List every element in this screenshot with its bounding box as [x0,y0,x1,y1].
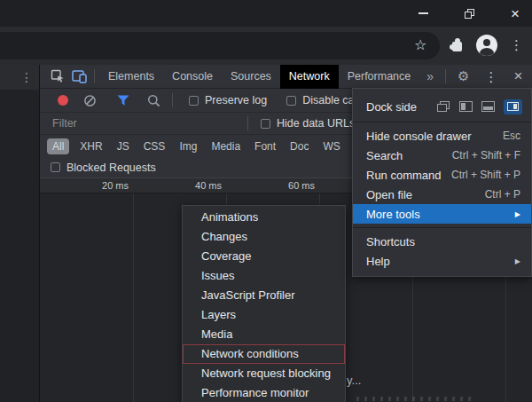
clear-icon[interactable] [79,91,100,110]
menu-item-more-tools[interactable]: More tools ▶ [353,204,531,224]
divider [247,116,248,130]
close-icon: × [511,6,520,21]
window-minimize-button[interactable] [413,4,433,23]
dock-side-row: Dock side [353,95,531,118]
menu-item-help[interactable]: Help ▶ [353,251,531,271]
submenu-item-coverage[interactable]: Coverage [183,247,345,266]
bookmark-star-icon[interactable]: ☆ [414,36,426,54]
shortcut-run-command: Ctrl + Shift + P [451,169,520,181]
tab-network[interactable]: Network [280,65,339,89]
search-icon[interactable] [143,91,164,110]
menu-item-shortcuts[interactable]: Shortcuts [353,232,531,251]
timeline-tick-20ms: 20 ms [102,180,133,191]
dock-bottom-icon[interactable] [481,101,495,112]
submenu-arrow-icon: ▶ [515,257,520,265]
tab-sources[interactable]: Sources [222,65,280,89]
shortcut-esc: Esc [503,130,520,142]
dock-left-icon[interactable] [459,101,473,112]
submenu-item-changes[interactable]: Changes [183,227,345,247]
submenu-item-layers[interactable]: Layers [183,305,345,325]
checkbox-icon [189,96,199,106]
profile-avatar[interactable] [476,35,497,56]
blocked-requests-checkbox[interactable]: Blocked Requests [51,162,156,174]
tab-console[interactable]: Console [163,65,222,89]
menu-item-search[interactable]: Search Ctrl + Shift + F [353,146,531,165]
window-restore-button[interactable] [459,4,479,23]
chip-xhr[interactable]: XHR [73,138,109,154]
chip-ws[interactable]: WS [316,138,347,154]
devtools-menu-icon[interactable]: ⋮ [477,70,506,83]
window-close-button[interactable]: × [505,4,525,23]
more-tabs-icon[interactable]: » [419,69,441,83]
more-tools-submenu: Animations Changes Coverage Issues JavaS… [182,205,346,402]
submenu-item-animations[interactable]: Animations [183,208,345,227]
submenu-item-network-request-blocking[interactable]: Network request blocking [183,364,345,383]
preserve-log-checkbox[interactable]: Preserve log [189,94,267,106]
menu-separator [353,122,531,122]
timeline-gridline [133,177,134,402]
dock-side-label: Dock side [366,100,417,114]
timeline-tick-40ms: 40 ms [195,180,226,191]
menu-separator [353,227,531,228]
shortcut-search: Ctrl + Shift + F [452,149,520,162]
page-behind-strip: ⋮ [0,65,40,402]
settings-gear-icon[interactable]: ⚙ [450,68,476,84]
browser-menu-icon[interactable]: ⋮ [510,38,523,51]
chip-js[interactable]: JS [110,138,137,154]
shortcut-open-file: Ctrl + P [485,188,520,201]
window-titlebar: × [0,0,532,27]
page-kebab-icon: ⋮ [20,70,33,84]
tab-performance[interactable]: Performance [339,65,420,89]
chip-doc[interactable]: Doc [283,138,316,154]
undock-icon[interactable] [437,101,450,112]
menu-item-run-command[interactable]: Run command Ctrl + Shift + P [353,165,531,185]
dock-right-icon-selected[interactable] [504,99,522,114]
submenu-item-network-conditions[interactable]: Network conditions [183,344,345,364]
chip-font[interactable]: Font [247,138,283,154]
chip-img[interactable]: Img [172,138,204,154]
menu-item-open-file[interactable]: Open file Ctrl + P [353,185,531,204]
filter-funnel-icon[interactable] [113,91,134,110]
devtools-close-icon[interactable]: × [506,67,531,85]
chip-css[interactable]: CSS [137,138,173,154]
record-button[interactable] [58,95,68,106]
browser-toolbar: ☆ ⋮ [0,27,532,65]
devtools-main-menu: Dock side Hide console drawer Esc Search… [352,88,532,277]
page-faint-text-fragment [356,397,472,401]
checkbox-icon [261,119,270,129]
tab-elements[interactable]: Elements [99,65,163,89]
divider [445,69,446,83]
timeline-tick-60ms: 60 ms [288,180,319,191]
submenu-item-javascript-profiler[interactable]: JavaScript Profiler [183,286,345,305]
minimize-icon [419,12,428,14]
restore-icon [465,9,474,19]
submenu-arrow-icon: ▶ [515,210,520,218]
extensions-puzzle-icon[interactable] [450,38,465,52]
chip-media[interactable]: Media [204,138,247,154]
inspect-element-icon[interactable] [47,67,68,86]
filter-input[interactable] [52,117,243,130]
page-truncated-text: y... [347,374,361,387]
checkbox-icon [286,96,296,106]
submenu-item-issues[interactable]: Issues [183,266,345,286]
device-toolbar-icon[interactable] [68,67,90,86]
divider [94,69,95,83]
devtools-tabbar: Elements Console Sources Network Perform… [40,65,532,89]
menu-item-hide-console-drawer[interactable]: Hide console drawer Esc [353,126,531,146]
submenu-item-performance-monitor[interactable]: Performance monitor [183,383,345,402]
checkbox-icon [51,162,60,172]
hide-data-urls-checkbox[interactable]: Hide data URLs [261,117,355,130]
address-bar[interactable] [0,32,440,59]
submenu-item-media[interactable]: Media [183,325,345,344]
screenshot-stage: × ☆ ⋮ ⋮ Elements Console Sources Network [0,0,532,402]
divider [172,93,173,107]
chip-all[interactable]: All [47,138,69,154]
